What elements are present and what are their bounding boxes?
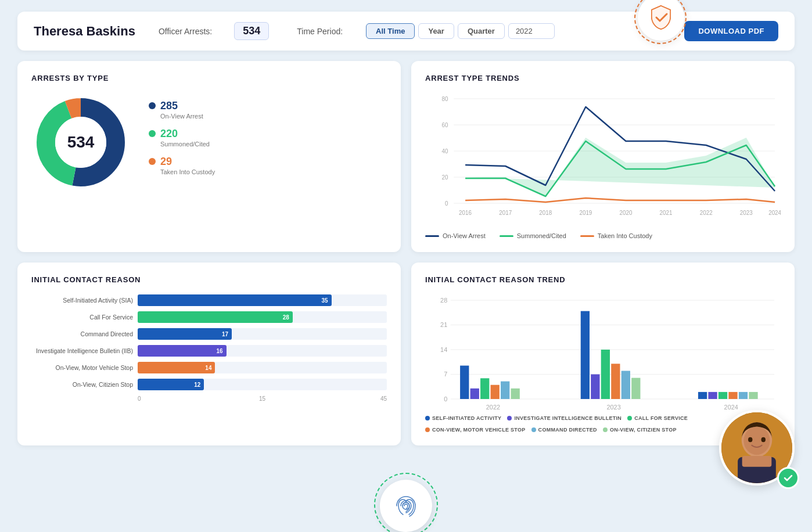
legend-custody: Taken Into Custody	[580, 232, 652, 239]
svg-text:2022: 2022	[486, 404, 500, 411]
svg-marker-23	[465, 138, 775, 196]
officer-name: Theresa Baskins	[34, 24, 135, 39]
time-btn-year[interactable]: Year	[418, 23, 454, 39]
line-chart-area: 80 60 40 20 0 2016 2017 2018 2019 2020 2…	[425, 93, 781, 227]
legend-label-onview: On-View Arrest	[160, 112, 203, 120]
donut-section: 534 285 On-View Arrest 220 S	[31, 93, 387, 192]
legend-value-summoned: 220	[160, 128, 210, 140]
svg-rect-36	[480, 378, 489, 399]
legend-dot-onview	[149, 102, 156, 109]
svg-rect-44	[611, 364, 620, 399]
bar-chart-area: Self-Initiated Activity (SIA) 35 Call Fo…	[31, 294, 387, 402]
svg-rect-48	[698, 392, 707, 399]
svg-text:2024: 2024	[768, 210, 781, 216]
dot-cd	[531, 427, 536, 432]
svg-text:2019: 2019	[579, 210, 592, 216]
svg-text:2023: 2023	[606, 404, 620, 411]
grouped-legend-ovcs: ON-VIEW, CITIZIEN STOP	[603, 427, 677, 433]
time-btn-quarter[interactable]: Quarter	[458, 23, 505, 39]
legend-dot-summoned	[149, 130, 156, 137]
legend-dot-custody	[149, 158, 156, 165]
svg-point-60	[748, 437, 753, 442]
download-pdf-button[interactable]: DOWNLOAD PDF	[684, 21, 778, 41]
svg-text:2024: 2024	[724, 404, 738, 411]
arrest-type-trends-title: ARREST TYPE TRENDS	[425, 74, 781, 82]
svg-text:21: 21	[440, 322, 447, 328]
svg-text:60: 60	[442, 122, 448, 128]
svg-text:2018: 2018	[539, 210, 552, 216]
bar-fill: 16	[138, 345, 227, 357]
svg-rect-59	[742, 456, 772, 467]
svg-point-57	[743, 426, 770, 455]
bar-track: 17	[138, 328, 387, 340]
svg-rect-41	[581, 311, 590, 399]
svg-rect-46	[631, 378, 640, 399]
svg-text:0: 0	[444, 396, 447, 402]
svg-rect-35	[470, 389, 479, 399]
arrests-by-type-title: ARRESTS BY TYPE	[31, 74, 387, 82]
bar-track: 16	[138, 345, 387, 357]
legend-value-custody: 29	[160, 156, 215, 168]
svg-text:2017: 2017	[499, 210, 512, 216]
svg-text:2020: 2020	[620, 210, 633, 216]
fingerprint-badge	[380, 480, 432, 532]
donut-total: 534	[67, 133, 95, 152]
check-badge	[777, 467, 799, 489]
dot-sia	[425, 416, 430, 420]
bar-label: Call For Service	[31, 314, 133, 321]
arrests-count: 534	[234, 22, 269, 40]
bar-track: 35	[138, 294, 387, 306]
legend-line-onview	[425, 235, 439, 237]
bar-label: Self-Initiated Activity (SIA)	[31, 297, 133, 304]
svg-rect-39	[511, 389, 520, 399]
bar-track: 12	[138, 379, 387, 390]
time-period-label: Time Period:	[297, 27, 343, 36]
svg-text:2023: 2023	[740, 210, 753, 216]
svg-rect-52	[739, 392, 748, 399]
bar-row: Command Directed 17	[31, 328, 387, 340]
year-input[interactable]	[508, 23, 555, 39]
svg-rect-53	[749, 392, 757, 399]
dot-iib	[507, 416, 512, 420]
time-btn-alltime[interactable]: All Time	[366, 23, 415, 39]
bar-label: Command Directed	[31, 330, 133, 337]
svg-rect-49	[708, 392, 717, 399]
legend-item-summoned: 220 Summoned/Cited	[149, 128, 215, 148]
bar-row: Investigate Intelligence Bulletin (IIB) …	[31, 345, 387, 357]
bar-label: Investigate Intelligence Bulletin (IIB)	[31, 347, 133, 354]
svg-text:28: 28	[440, 297, 447, 304]
legend-line-custody	[580, 235, 594, 237]
svg-rect-37	[491, 385, 500, 399]
svg-text:7: 7	[444, 371, 447, 378]
bar-label: On-View, Motor Vehicle Stop	[31, 364, 133, 371]
initial-contact-reason-card: INITIAL CONTACT REASON Self-Initiated Ac…	[17, 263, 401, 445]
dot-mvs	[425, 427, 430, 432]
bar-row: On-View, Motor Vehicle Stop 14	[31, 362, 387, 373]
dot-ovcs	[603, 427, 608, 432]
svg-rect-50	[718, 392, 727, 399]
grouped-legend-cfs: CALL FOR SERVICE	[627, 415, 688, 421]
svg-rect-51	[728, 392, 737, 399]
legend-onview-arrest: On-View Arrest	[425, 232, 486, 239]
line-chart-legend: On-View Arrest Summoned/Cited Taken Into…	[425, 232, 781, 239]
legend-label-custody: Taken Into Custody	[160, 168, 215, 176]
grouped-legend-sia: SELF-INITIATED ACTIVITY	[425, 415, 501, 421]
grouped-legend-cd: COMMAND DIRECTED	[531, 427, 597, 433]
arrests-label: Officer Arrests:	[159, 27, 212, 36]
time-period-buttons: All Time Year Quarter	[366, 23, 555, 39]
legend-item-onview: 285 On-View Arrest	[149, 100, 215, 120]
svg-point-61	[761, 437, 766, 442]
legend-summoned: Summoned/Cited	[500, 232, 566, 239]
arrests-legend: 285 On-View Arrest 220 Summoned/Cited	[149, 100, 215, 184]
svg-text:80: 80	[442, 96, 448, 102]
legend-line-summoned	[500, 235, 513, 237]
bar-label: On-View, Citizien Stop	[31, 381, 133, 388]
bar-fill: 35	[138, 294, 332, 306]
content-grid: ARRESTS BY TYPE 534	[17, 61, 795, 445]
svg-text:2016: 2016	[459, 210, 472, 216]
legend-item-custody: 29 Taken Into Custody	[149, 156, 215, 176]
svg-text:14: 14	[440, 347, 447, 353]
svg-text:0: 0	[445, 200, 448, 207]
svg-rect-45	[621, 371, 630, 400]
donut-chart: 534	[31, 93, 130, 192]
